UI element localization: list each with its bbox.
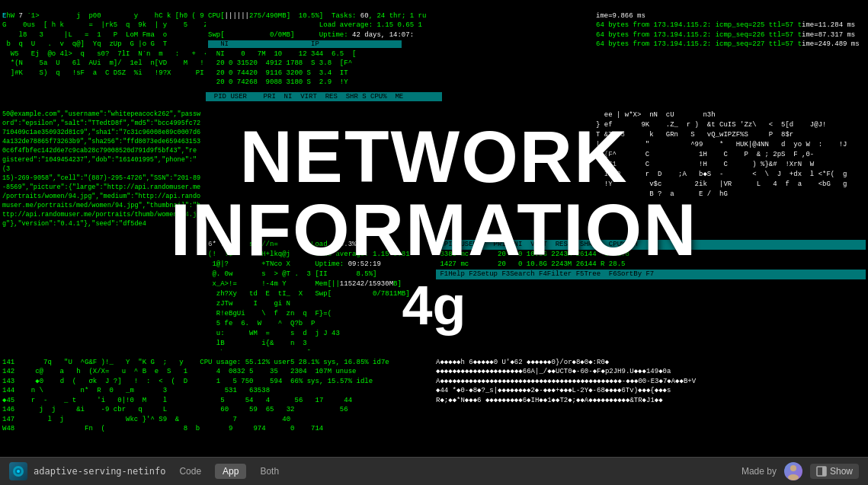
app-icon xyxy=(9,462,27,480)
show-label: Show xyxy=(830,466,853,477)
terminal-background: EhW 7 `1> j p00 y hC k [h0 ( 9 z l Mem[|… xyxy=(0,0,868,457)
svg-rect-7 xyxy=(822,467,826,476)
show-icon xyxy=(816,466,827,477)
tab-both-button[interactable]: Both xyxy=(252,464,287,479)
app-icon-inner xyxy=(9,462,27,480)
svg-point-2 xyxy=(17,470,20,473)
app-name-label: adaptive-serving-netinfo xyxy=(34,466,165,477)
avatar-icon xyxy=(784,462,802,480)
tab-app-button[interactable]: App xyxy=(215,464,246,479)
toolbar-right: Made by Show xyxy=(741,462,859,480)
toolbar: adaptive-serving-netinfo Code App Both M… xyxy=(0,457,868,485)
svg-point-5 xyxy=(784,462,802,480)
toolbar-left: adaptive-serving-netinfo Code App Both xyxy=(9,462,741,480)
avatar xyxy=(784,462,802,480)
tab-code-button[interactable]: Code xyxy=(171,464,209,479)
made-by-label: Made by xyxy=(741,466,777,477)
app-logo-icon xyxy=(11,464,25,478)
show-button[interactable]: Show xyxy=(810,464,859,479)
